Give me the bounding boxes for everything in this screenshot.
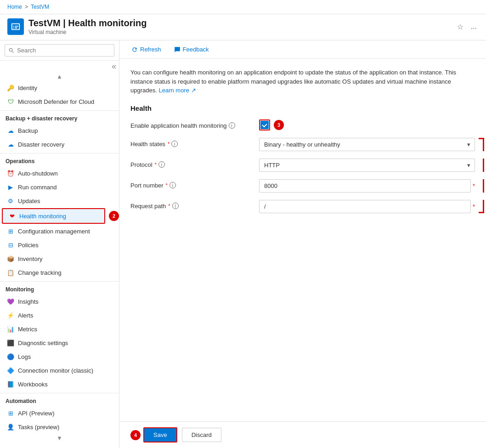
sidebar-item-changetracking[interactable]: 📋 Change tracking xyxy=(0,266,119,279)
required-star: * xyxy=(166,182,168,188)
header-titles: TestVM | Health monitoring Virtual machi… xyxy=(28,18,451,35)
save-button-container: 4 Save xyxy=(130,427,177,442)
content-footer: 4 Save Discard xyxy=(119,421,486,448)
sidebar: « ▲ 🔑 Identity 🛡 Microsoft Defender for … xyxy=(0,40,119,448)
sidebar-item-label: Backup xyxy=(18,127,38,134)
enable-checkbox-container: 3 xyxy=(259,119,475,130)
sidebar-item-label: Policies xyxy=(18,242,39,249)
page-header: TestVM | Health monitoring Virtual machi… xyxy=(0,14,486,40)
inventory-icon: 📦 xyxy=(7,255,14,262)
refresh-label: Refresh xyxy=(140,46,161,53)
checkbox-row: 3 xyxy=(259,119,475,130)
workbooks-icon: 📘 xyxy=(7,380,14,388)
scroll-up-arrow[interactable]: ▲ xyxy=(0,72,119,81)
protocol-row: Protocol * i HTTPHTTPSTCP xyxy=(130,159,475,172)
autoshutdown-icon: ⏰ xyxy=(7,170,14,177)
disaster-icon: ☁ xyxy=(7,141,14,148)
sidebar-item-disaster[interactable]: ☁ Disaster recovery xyxy=(0,137,119,151)
breadcrumb-sep: > xyxy=(25,4,28,10)
sidebar-item-backup[interactable]: ☁ Backup xyxy=(0,124,119,137)
sidebar-collapse-btn[interactable]: « xyxy=(0,61,119,72)
sidebar-item-label: Metrics xyxy=(18,326,37,333)
sidebar-item-label: API (Preview) xyxy=(18,410,54,417)
sidebar-item-label: Health monitoring xyxy=(19,213,66,220)
learn-more-link[interactable]: Learn more ↗ xyxy=(158,87,196,94)
breadcrumb-current[interactable]: TestVM xyxy=(31,4,49,10)
breadcrumb-home[interactable]: Home xyxy=(7,4,22,10)
sidebar-item-updates[interactable]: ⚙ Updates xyxy=(0,194,119,208)
sidebar-item-label: Tasks (preview) xyxy=(18,424,59,431)
request-path-label: Request path * i xyxy=(130,200,259,210)
sidebar-item-tasks[interactable]: 👤 Tasks (preview) xyxy=(0,420,119,434)
bracket-mid2 xyxy=(479,179,484,193)
request-required-asterisk: * xyxy=(473,203,475,210)
health-states-label: Health states * i xyxy=(130,138,259,147)
protocol-select[interactable]: HTTPHTTPSTCP xyxy=(259,159,475,172)
step4-badge: 4 xyxy=(130,430,141,440)
favorite-button[interactable]: ☆ xyxy=(455,21,465,33)
defender-icon: 🛡 xyxy=(7,98,14,105)
health-states-select[interactable]: Binary - healthy or unhealthyCustom xyxy=(259,138,475,151)
enable-info-icon[interactable]: i xyxy=(229,122,235,129)
sidebar-item-diagnostic[interactable]: ⬛ Diagnostic settings xyxy=(0,336,119,350)
sidebar-item-defender[interactable]: 🛡 Microsoft Defender for Cloud xyxy=(0,95,119,108)
sidebar-item-configmgmt[interactable]: ⊞ Configuration management xyxy=(0,224,119,238)
healthmonitoring-icon: ❤ xyxy=(8,212,16,220)
sidebar-item-label: Alerts xyxy=(18,312,33,319)
sidebar-item-label: Microsoft Defender for Cloud xyxy=(18,98,94,105)
refresh-icon xyxy=(131,46,138,53)
port-label: Port number * i xyxy=(130,179,259,189)
bracket-mid xyxy=(479,159,484,172)
feedback-icon xyxy=(174,46,181,53)
request-path-info-icon[interactable]: i xyxy=(172,203,179,209)
health-states-row: Health states * i Binary - healthy or un… xyxy=(130,138,475,151)
insights-icon: 💜 xyxy=(7,298,14,305)
sidebar-item-identity[interactable]: 🔑 Identity xyxy=(0,81,119,95)
save-button[interactable]: Save xyxy=(143,427,177,442)
sidebar-item-label: Run command xyxy=(18,184,57,191)
changetracking-icon: 📋 xyxy=(7,269,14,276)
request-path-input[interactable] xyxy=(259,200,471,213)
search-input[interactable] xyxy=(5,44,114,57)
checkbox-annotation-box xyxy=(259,119,270,130)
sidebar-item-api[interactable]: ⊞ API (Preview) xyxy=(0,406,119,420)
port-number-input[interactable] xyxy=(259,179,471,193)
checkmark-icon xyxy=(262,122,267,128)
sidebar-item-runcommand[interactable]: ▶ Run command xyxy=(0,180,119,194)
diagnostic-icon: ⬛ xyxy=(7,339,14,346)
content-body: You can configure health monitoring on a… xyxy=(119,59,486,421)
scroll-down-arrow[interactable]: ▼ xyxy=(0,434,119,442)
sidebar-item-autoshutdown[interactable]: ⏰ Auto-shutdown xyxy=(0,166,119,180)
discard-button[interactable]: Discard xyxy=(182,428,221,442)
sidebar-item-metrics[interactable]: 📊 Metrics xyxy=(0,322,119,336)
sidebar-item-insights[interactable]: 💜 Insights xyxy=(0,295,119,308)
health-states-info-icon[interactable]: i xyxy=(171,141,178,147)
sidebar-item-alerts[interactable]: ⚡ Alerts xyxy=(0,308,119,322)
sidebar-scroll: ▲ 🔑 Identity 🛡 Microsoft Defender for Cl… xyxy=(0,72,119,448)
sidebar-item-connmonitor[interactable]: 🔷 Connection monitor (classic) xyxy=(0,363,119,377)
step2-badge: 2 xyxy=(109,211,119,221)
sidebar-item-label: Identity xyxy=(18,85,37,91)
sidebar-item-inventory[interactable]: 📦 Inventory xyxy=(0,252,119,266)
more-options-button[interactable]: ... xyxy=(469,21,479,33)
sidebar-item-workbooks[interactable]: 📘 Workbooks xyxy=(0,377,119,391)
feedback-button[interactable]: Feedback xyxy=(171,44,212,55)
backup-icon: ☁ xyxy=(7,127,14,134)
section-backup: Backup + disaster recovery xyxy=(0,110,119,124)
port-info-icon[interactable]: i xyxy=(170,182,176,188)
protocol-info-icon[interactable]: i xyxy=(158,161,165,168)
sidebar-item-label: Connection monitor (classic) xyxy=(18,367,93,374)
enable-health-row: Enable application health monitoring i 3 xyxy=(130,119,475,130)
sidebar-item-healthmonitoring[interactable]: ❤ Health monitoring xyxy=(2,208,105,224)
enable-health-checkbox[interactable] xyxy=(260,121,269,129)
sidebar-item-policies[interactable]: ⊟ Policies xyxy=(0,238,119,252)
refresh-button[interactable]: Refresh xyxy=(129,44,164,55)
enable-health-label: Enable application health monitoring i xyxy=(130,119,259,129)
sidebar-item-logs[interactable]: 🔵 Logs xyxy=(0,350,119,363)
updates-icon: ⚙ xyxy=(7,197,14,204)
content-area: Refresh Feedback You can configure healt… xyxy=(119,40,486,448)
health-states-select-wrapper: Binary - healthy or unhealthyCustom xyxy=(259,138,475,151)
section-automation: Automation xyxy=(0,393,119,406)
runcommand-icon: ▶ xyxy=(7,183,14,191)
sidebar-item-label: Change tracking xyxy=(18,269,62,276)
